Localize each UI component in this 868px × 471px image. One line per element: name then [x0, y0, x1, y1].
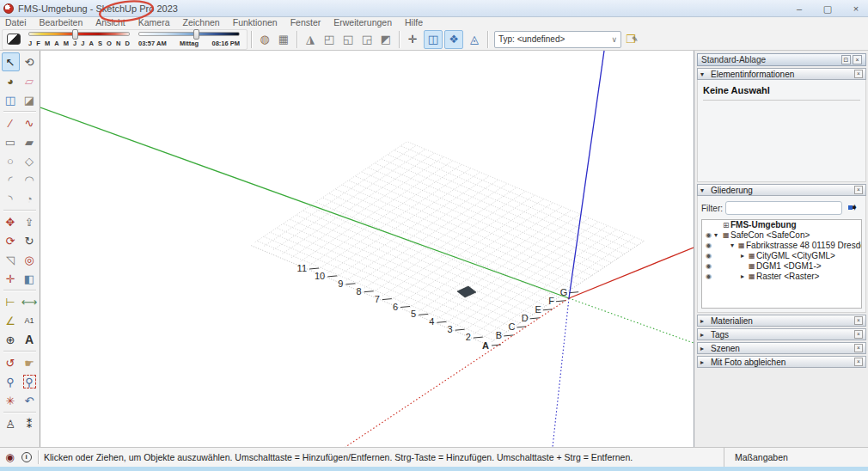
visibility-eye-icon[interactable]: ◉ [706, 251, 712, 261]
visibility-eye-icon[interactable]: ◉ [706, 230, 712, 241]
zoom-tool[interactable]: ⚲ [2, 372, 20, 391]
tree-item-label[interactable]: Fabrikstrasse 48 01159 Dresden <Fabrik [746, 241, 861, 251]
shadow-time-slider[interactable]: 03:57 AM Mittag 08:16 PM [138, 29, 240, 49]
shadow-month-slider[interactable]: JFMAMJJASOND [28, 29, 130, 49]
time-slider-track[interactable] [138, 32, 240, 36]
eraser-tool[interactable]: ▱ [21, 71, 39, 90]
expander-closed-icon[interactable]: ▸ [741, 272, 744, 282]
zoom-window-tool[interactable]: ⚲ [21, 372, 39, 391]
dimension-tool[interactable]: ⟷ [21, 292, 39, 311]
drape-icon[interactable]: ◱ [339, 30, 358, 49]
lasso-tool[interactable]: ⟲ [21, 52, 39, 71]
viewport-canvas[interactable]: 111098765432ABCDEFG [40, 51, 694, 447]
tree-item-label[interactable]: SafeCon <SafeCon> [730, 230, 810, 241]
tree-row-fms-umgebung[interactable]: ⊞FMS-Umgebung [702, 220, 861, 230]
move-tool[interactable]: ✥ [2, 212, 20, 231]
menu-ansicht[interactable]: Ansicht [95, 17, 125, 28]
tray-title-bar[interactable]: Standard-Ablage ⊡ × [697, 53, 866, 66]
citygml-solids-button-icon[interactable]: ◬ [465, 30, 484, 49]
menu-fenster[interactable]: Fenster [290, 17, 322, 28]
tape-measure-tool[interactable]: ⊢ [2, 292, 20, 311]
protractor-tool[interactable]: ∠ [2, 311, 20, 330]
georeference-crosshair-icon[interactable]: ✛ [403, 30, 422, 49]
make-component-tool[interactable]: ◫ [2, 90, 20, 109]
axes-tool[interactable]: ✛ [2, 269, 20, 288]
3d-text-tool[interactable]: A [21, 330, 39, 349]
tray-close-icon[interactable]: × [853, 55, 862, 64]
citygml-type-dropdown[interactable]: Typ: <undefined> ∨ [494, 31, 621, 48]
camera-crosshair-tool[interactable]: ⊕ [2, 330, 20, 349]
scale-tool[interactable]: ◹ [2, 250, 20, 269]
geolocation-icon[interactable]: ◉ [3, 451, 16, 464]
line-tool[interactable]: ∕ [2, 113, 20, 132]
section-close-icon[interactable]: × [854, 344, 863, 352]
filter-input[interactable] [725, 201, 842, 215]
add-detail-icon[interactable]: ◲ [358, 30, 376, 49]
month-slider-track[interactable] [28, 32, 130, 36]
expander-open-icon[interactable]: ▾ [714, 230, 718, 241]
section-tags[interactable]: ▸Tags× [697, 328, 866, 340]
tree-item-label[interactable]: FMS-Umgebung [730, 220, 797, 230]
paint-bucket-tool[interactable]: ◕ [2, 71, 20, 90]
measurements-box[interactable]: Maßangaben [724, 448, 868, 467]
circle-tool[interactable]: ○ [2, 151, 20, 170]
pan-tool[interactable]: ☛ [21, 353, 39, 372]
section-mit-foto-abgleichen[interactable]: ▸Mit Foto abgleichen× [697, 356, 866, 368]
shadows-toggle-icon[interactable] [7, 34, 21, 45]
tray-pin-icon[interactable]: ⊡ [841, 55, 851, 64]
time-slider-thumb[interactable] [193, 29, 199, 40]
walk-tool[interactable]: ⁑ [21, 414, 39, 433]
menu-hilfe[interactable]: Hilfe [404, 17, 424, 28]
citygml-surfaces-toggle-icon[interactable]: ◫ [424, 30, 443, 49]
section-elementinformationen[interactable]: ▾ Elementinformationen × [697, 68, 866, 80]
tree-row-citygml[interactable]: ◉▸▦CityGML <CityGML> [702, 251, 861, 261]
expander-open-icon[interactable]: ▾ [730, 241, 734, 251]
position-camera-tool[interactable]: ♙ [2, 414, 20, 433]
close-button[interactable]: × [851, 3, 861, 14]
section-plane-tool[interactable]: ◧ [21, 269, 39, 288]
citygml-objects-toggle-icon[interactable]: ❖ [444, 30, 463, 49]
month-slider-thumb[interactable] [72, 29, 78, 40]
smoove-icon[interactable]: ◮ [301, 30, 320, 49]
minimize-button[interactable]: – [794, 3, 804, 14]
visibility-eye-icon[interactable]: ◉ [706, 272, 712, 282]
section-close-icon[interactable]: × [854, 358, 863, 366]
from-scratch-icon[interactable]: ▦ [274, 30, 293, 49]
cityeditor-tags-button[interactable]: ❒ ✎ [624, 30, 645, 49]
section-close-icon[interactable]: × [854, 70, 863, 78]
section-close-icon[interactable]: × [854, 186, 863, 194]
pie-tool[interactable]: ◔ [21, 189, 39, 208]
tree-item-label[interactable]: CityGML <CityGML> [756, 251, 835, 261]
rotated-rectangle-tool[interactable]: ▰ [21, 132, 39, 151]
text-tool[interactable]: A1 [21, 311, 39, 330]
tree-item-label[interactable]: Raster <Raster> [756, 272, 819, 282]
follow-me-tool[interactable]: ↻ [21, 231, 39, 250]
tree-row-fabrikstrasse[interactable]: ◉▾▦Fabrikstrasse 48 01159 Dresden <Fabri… [702, 241, 861, 251]
visibility-eye-icon[interactable]: ◉ [706, 261, 712, 272]
credits-info-icon[interactable]: i [20, 451, 33, 464]
tree-row-raster[interactable]: ◉▸▦Raster <Raster> [702, 272, 861, 282]
zoom-previous-tool[interactable]: ↶ [21, 391, 39, 410]
tag-tool[interactable]: ◪ [21, 90, 39, 109]
push-pull-tool[interactable]: ⇪ [21, 212, 39, 231]
visibility-eye-icon[interactable]: ◉ [706, 241, 712, 251]
three-point-arc-tool[interactable]: ◝ [2, 189, 20, 208]
menu-zeichnen[interactable]: Zeichnen [182, 17, 221, 28]
polygon-tool[interactable]: ◇ [21, 151, 39, 170]
model-viewport[interactable]: 111098765432ABCDEFG [40, 51, 694, 447]
section-szenen[interactable]: ▸Szenen× [697, 342, 866, 354]
ground-face[interactable] [457, 286, 476, 297]
flip-edge-icon[interactable]: ◩ [376, 30, 395, 49]
menu-funktionen[interactable]: Funktionen [232, 17, 278, 28]
rectangle-tool[interactable]: ▭ [2, 132, 20, 151]
menu-datei[interactable]: Datei [4, 17, 28, 28]
rotate-tool[interactable]: ⟳ [2, 231, 20, 250]
menu-bearbeiten[interactable]: Bearbeiten [39, 17, 84, 28]
select-tool[interactable]: ↖ [2, 52, 20, 71]
tree-row-safecon[interactable]: ◉▾▦SafeCon <SafeCon> [702, 230, 861, 241]
filter-go-icon[interactable]: ➧ [847, 202, 861, 214]
section-close-icon[interactable]: × [854, 316, 863, 325]
section-materialien[interactable]: ▸Materialien× [697, 315, 866, 327]
menu-kamera[interactable]: Kamera [138, 17, 171, 28]
expander-closed-icon[interactable]: ▸ [741, 251, 744, 261]
